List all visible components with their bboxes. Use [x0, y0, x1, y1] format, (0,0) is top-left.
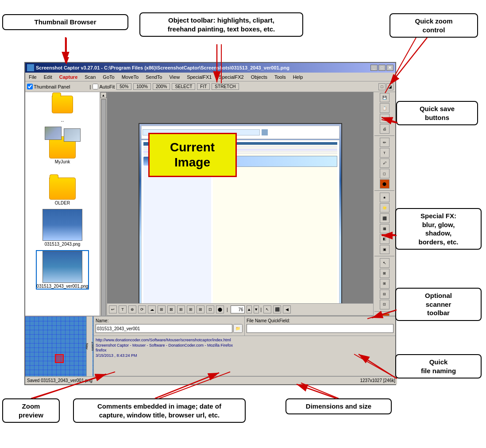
callout-quick-file-naming: Quickfile naming — [395, 354, 482, 378]
obj-btn-5[interactable]: ⬤ — [380, 179, 390, 189]
menu-edit[interactable]: Edit — [42, 73, 54, 81]
thumb-older-folder — [49, 178, 76, 200]
select-btn[interactable]: ⊠ — [380, 269, 390, 278]
menu-scan[interactable]: Scan — [83, 73, 97, 81]
menu-moveto[interactable]: MoveTo — [120, 73, 141, 81]
fx-btn-5[interactable]: ◧ — [380, 234, 390, 243]
zoom-100-btn[interactable]: 100% — [133, 83, 151, 90]
menu-goto[interactable]: GoTo — [101, 73, 116, 81]
maximize-button[interactable]: □ — [378, 65, 386, 71]
cursor-btn[interactable]: ↖ — [380, 258, 390, 267]
fx-btn-4[interactable]: ▦ — [380, 224, 390, 233]
zoom-labels: Zoom Nav — [86, 317, 93, 376]
zoom-label: Zoom — [91, 342, 94, 351]
bt-eyedrop[interactable]: ⬛ — [273, 305, 281, 313]
status-left: Saved 031513_2043_ver001.png — [27, 378, 360, 383]
bt-icon-8[interactable]: ⊞ — [177, 305, 185, 313]
scroll-up-btn[interactable]: ▲ — [100, 92, 107, 98]
status-bar: Saved 031513_2043_ver001.png 1237x1027 [… — [25, 376, 397, 384]
zoom-50-btn[interactable]: 50% — [116, 83, 131, 90]
zoom-input[interactable] — [231, 305, 245, 313]
thumb-myjunk-label: MyJunk — [55, 159, 70, 164]
callout-thumbnail-browser-text: Thumbnail Browser — [34, 18, 96, 26]
obj-btn-4[interactable]: ◻ — [380, 169, 390, 178]
bt-zoom-up[interactable]: ▲ — [247, 305, 252, 313]
name-input[interactable] — [96, 324, 232, 333]
obj-btn-1[interactable]: ✏ — [380, 138, 390, 147]
close-button[interactable]: ✕ — [386, 65, 393, 71]
thumb-myjunk[interactable]: MyJunk — [42, 127, 82, 164]
menu-help[interactable]: Help — [291, 73, 305, 81]
fx-btn-6[interactable]: ▣ — [380, 245, 390, 254]
rotate-btn[interactable]: ⊡ — [380, 300, 390, 309]
zoom-stretch-btn[interactable]: STRETCH — [212, 83, 239, 90]
obj-btn-2[interactable]: T — [380, 148, 390, 157]
quickfield-input[interactable] — [247, 324, 393, 333]
callout-object-toolbar: Object toolbar: highlights, clipart,free… — [139, 12, 303, 37]
menu-objects[interactable]: Objects — [249, 73, 269, 81]
zoom-icon-2[interactable]: ◪ — [386, 83, 393, 90]
callout-comments: Comments embedded in image; date ofcaptu… — [73, 398, 246, 423]
bt-redo[interactable]: T — [119, 305, 127, 313]
bt-undo[interactable]: ↩ — [109, 305, 117, 313]
menu-file[interactable]: File — [27, 73, 39, 81]
quick-save-btn-1[interactable]: 💾 — [380, 93, 390, 102]
bt-icon-5[interactable]: ☁ — [148, 305, 156, 313]
toolbar-divider-4 — [374, 311, 394, 312]
bt-arrow[interactable]: ◀ — [283, 305, 291, 313]
zoom-icon-1[interactable]: □ — [378, 83, 386, 90]
bt-icon-4[interactable]: ⟳ — [138, 305, 146, 313]
scale-btn[interactable]: ⊟ — [380, 290, 390, 299]
name-browse-btn[interactable]: 📁 — [233, 324, 243, 333]
thumb-031513-2043[interactable]: 031513_2043.png — [42, 209, 82, 247]
callout-special-fx: Special FX:blur, glow,shadow,borders, et… — [395, 208, 482, 250]
thumb-older[interactable]: OLDER — [42, 168, 82, 205]
thumb-031513-2043-label: 031513_2043.png — [45, 242, 81, 247]
info-comments-text: http://www.donationcoder.com/Software/Mo… — [96, 338, 393, 359]
autofit-checkbox[interactable]: AutoFit — [93, 84, 115, 89]
thumb-top-folder[interactable] — [52, 96, 73, 113]
thumb-dotdot[interactable]: .. — [61, 117, 64, 123]
bt-icon-9[interactable]: ⊞ — [187, 305, 195, 313]
thumbnail-scrollbar[interactable]: ▲ ▼ — [100, 92, 107, 344]
minimize-button[interactable]: _ — [370, 65, 378, 71]
zoom-select-btn[interactable]: SELECT — [172, 83, 195, 90]
current-image-box: Current Image — [139, 123, 342, 313]
autofit-toggle[interactable] — [93, 84, 98, 89]
scroll-thumb[interactable] — [101, 99, 106, 337]
menu-view[interactable]: View — [167, 73, 181, 81]
thumb-myjunk-container — [42, 127, 82, 158]
menu-specialfx2[interactable]: SpecialFX2 — [217, 73, 245, 81]
zoom-fit-btn[interactable]: FIT — [197, 83, 210, 90]
bt-icon-12[interactable]: ⬤ — [216, 305, 224, 313]
quick-save-btn-4[interactable]: 🖨 — [380, 124, 390, 133]
bt-icon-11[interactable]: ⊡ — [206, 305, 214, 313]
thumb-031513-ver001[interactable]: 031513_2043_ver001.png — [36, 250, 89, 290]
quickfield-label: File Name QuickField: — [247, 318, 393, 323]
bt-icon-3[interactable]: ⊕ — [128, 305, 136, 313]
bt-icon-7[interactable]: ⊠ — [167, 305, 175, 313]
quick-save-btn-2[interactable]: 📋 — [380, 103, 390, 112]
crop-btn[interactable]: ⊞ — [380, 279, 390, 288]
thumb-031513-ver001-label: 031513_2043_ver001.png — [37, 284, 89, 289]
menu-tools[interactable]: Tools — [273, 73, 288, 81]
menu-capture[interactable]: Capture — [58, 73, 80, 81]
menu-specialfx1[interactable]: SpecialFX1 — [185, 73, 213, 81]
thumbnail-panel-toggle[interactable] — [27, 84, 33, 89]
zoom-200-btn[interactable]: 200% — [153, 83, 170, 90]
autofit-label: AutoFit — [99, 84, 115, 89]
quick-zoom-icons: □ ◪ — [378, 83, 393, 90]
bt-icon-6[interactable]: ⊞ — [158, 305, 166, 313]
toolbar-divider-2 — [374, 190, 394, 191]
bt-icon-10[interactable]: ⊞ — [197, 305, 204, 313]
fx-btn-3[interactable]: ⬛ — [380, 213, 390, 223]
obj-btn-3[interactable]: 🖊 — [380, 158, 390, 168]
menu-sendto[interactable]: SendTo — [144, 73, 164, 81]
thumbnail-panel-checkbox[interactable]: Thumbnail Panel — [27, 84, 70, 89]
callout-quick-zoom-text: Quick zoomcontrol — [415, 17, 452, 34]
quick-save-btn-3[interactable]: ✂ — [380, 114, 390, 123]
fx-btn-2[interactable]: 🌟 — [380, 203, 390, 212]
bt-cursor[interactable]: ↖ — [263, 305, 271, 313]
bt-zoom-down[interactable]: ▼ — [254, 305, 259, 313]
fx-btn-1[interactable]: ★ — [380, 193, 390, 202]
